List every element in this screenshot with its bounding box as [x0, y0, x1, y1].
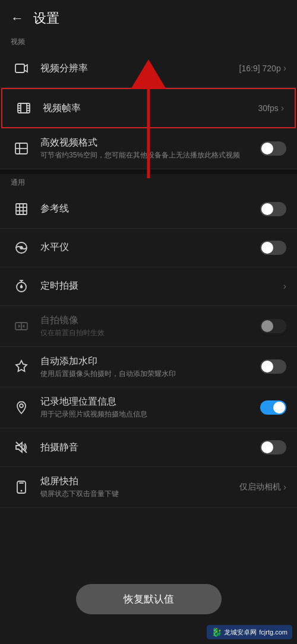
setting-content-levelometer: 水平仪: [40, 241, 260, 254]
svg-marker-1: [24, 65, 27, 72]
setting-row-timer[interactable]: 定时拍摄 ›: [0, 267, 297, 306]
chevron-icon-video-fps: ›: [281, 103, 284, 113]
setting-title-gps: 记录地理位置信息: [40, 396, 260, 408]
mirror-icon: [11, 315, 32, 337]
svg-point-27: [21, 286, 23, 288]
setting-row-gps[interactable]: 记录地理位置信息 用于记录照片或视频拍摄地点信息: [0, 387, 297, 428]
grid-icon: [11, 198, 32, 220]
sound-icon: [11, 437, 32, 458]
setting-title-video-fps: 视频帧率: [43, 102, 258, 115]
watermark-text: 龙城安卓网: [224, 628, 257, 637]
page-title: 设置: [33, 10, 59, 27]
level-icon: [11, 237, 32, 258]
setting-title-hevc: 高效视频格式: [40, 137, 260, 149]
setting-content-shutter-sound: 拍摄静音: [40, 441, 260, 454]
svg-rect-16: [16, 204, 27, 214]
setting-content-gridline: 参考线: [40, 203, 260, 215]
svg-point-22: [20, 247, 23, 249]
setting-subtitle-watermark: 使用后置摄像头拍摄时，自动添加荣耀水印: [40, 369, 260, 379]
section-divider: [0, 169, 297, 174]
header: ← 设置: [0, 0, 297, 33]
chevron-icon-video-resolution: ›: [283, 63, 286, 74]
setting-content-gps: 记录地理位置信息 用于记录照片或视频拍摄地点信息: [40, 396, 260, 419]
hevc-icon: [11, 138, 32, 159]
setting-value-video-fps: 30fps: [258, 103, 278, 113]
watermark-icon: [11, 356, 32, 377]
toggle-shutter-sound[interactable]: [260, 440, 286, 454]
svg-point-30: [20, 404, 23, 408]
toggle-gridline[interactable]: [260, 202, 286, 216]
setting-row-shutter-sound[interactable]: 拍摄静音: [0, 428, 297, 467]
setting-content-quick-snap: 熄屏快拍 锁屏状态下双击音量下键: [40, 475, 239, 499]
setting-row-quick-snap[interactable]: 熄屏快拍 锁屏状态下双击音量下键 仅启动相机 ›: [0, 467, 297, 508]
video-icon: [11, 58, 32, 79]
setting-row-selfie-mirror[interactable]: 自拍镜像 仅在前置自拍时生效: [0, 306, 297, 347]
setting-row-levelometer[interactable]: 水平仪: [0, 229, 297, 267]
reset-button[interactable]: 恢复默认值: [76, 584, 222, 614]
chevron-icon-quick-snap: ›: [283, 482, 286, 493]
setting-content-selfie-mirror: 自拍镜像 仅在前置自拍时生效: [40, 314, 260, 338]
setting-content-timer: 定时拍摄: [40, 280, 283, 292]
setting-title-selfie-mirror: 自拍镜像: [40, 314, 260, 327]
setting-title-levelometer: 水平仪: [40, 241, 260, 254]
svg-rect-0: [15, 64, 24, 72]
timer-icon: [11, 276, 32, 297]
setting-row-video-resolution[interactable]: 视频分辨率 [16:9] 720p ›: [0, 49, 297, 88]
setting-subtitle-gps: 用于记录照片或视频拍摄地点信息: [40, 409, 260, 419]
toggle-watermark[interactable]: [260, 359, 286, 374]
setting-row-hevc[interactable]: 高效视频格式 可节省约35%空间，您可能在其他设备备上无法播放此格式视频: [0, 128, 297, 169]
setting-row-video-fps[interactable]: 视频帧率 30fps ›: [1, 88, 296, 128]
setting-title-quick-snap: 熄屏快拍: [40, 475, 239, 488]
setting-value-quick-snap: 仅启动相机: [239, 482, 281, 493]
toggle-levelometer[interactable]: [260, 241, 286, 255]
section-label-video: 视频: [0, 33, 297, 49]
back-button[interactable]: ←: [11, 11, 24, 26]
svg-point-35: [21, 490, 23, 492]
toggle-selfie-mirror: [260, 319, 286, 333]
setting-subtitle-hevc: 可节省约35%空间，您可能在其他设备备上无法播放此格式视频: [40, 150, 260, 160]
setting-title-gridline: 参考线: [40, 203, 260, 215]
setting-title-shutter-sound: 拍摄静音: [40, 441, 260, 454]
watermark-dragon-icon: 🐉: [211, 627, 222, 637]
setting-content-watermark: 自动添加水印 使用后置摄像头拍摄时，自动添加荣耀水印: [40, 355, 260, 379]
bottom-bar: 恢复默认值: [0, 578, 297, 620]
watermark-url: fcjrtg.com: [259, 629, 287, 636]
film-icon: [13, 97, 34, 119]
setting-content-video-fps: 视频帧率: [43, 102, 258, 115]
screen-icon: [11, 476, 32, 498]
setting-subtitle-quick-snap: 锁屏状态下双击音量下键: [40, 489, 239, 499]
setting-content-hevc: 高效视频格式 可节省约35%空间，您可能在其他设备备上无法播放此格式视频: [40, 137, 260, 160]
section-label-general: 通用: [0, 174, 297, 190]
setting-value-video-resolution: [16:9] 720p: [239, 64, 281, 73]
setting-row-watermark[interactable]: 自动添加水印 使用后置摄像头拍摄时，自动添加荣耀水印: [0, 347, 297, 388]
toggle-gps[interactable]: [260, 400, 286, 415]
watermark-badge: 🐉 龙城安卓网 fcjrtg.com: [207, 625, 292, 639]
setting-title-timer: 定时拍摄: [40, 280, 283, 292]
toggle-hevc[interactable]: [260, 141, 286, 156]
setting-title-video-resolution: 视频分辨率: [40, 62, 239, 75]
setting-subtitle-selfie-mirror: 仅在前置自拍时生效: [40, 328, 260, 338]
setting-content-video-resolution: 视频分辨率: [40, 62, 239, 75]
setting-title-watermark: 自动添加水印: [40, 355, 260, 368]
setting-row-gridline[interactable]: 参考线: [0, 190, 297, 229]
location-icon: [11, 397, 32, 418]
chevron-icon-timer: ›: [283, 281, 286, 292]
